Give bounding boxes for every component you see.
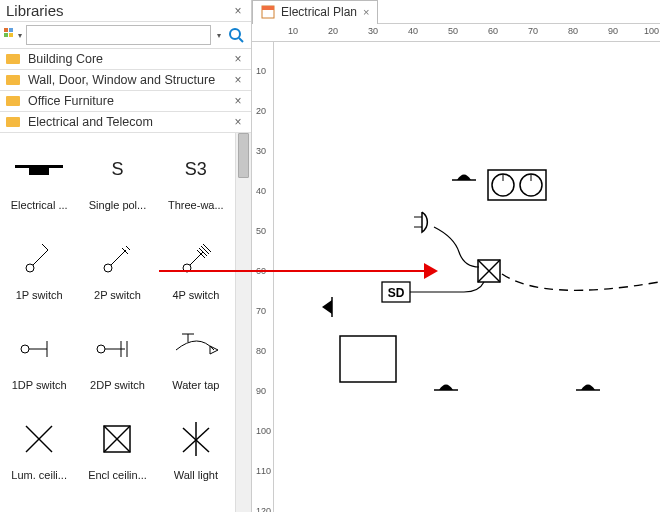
- svg-point-29: [97, 345, 105, 353]
- category-office-furniture[interactable]: Office Furniture ×: [0, 91, 251, 112]
- sidebar-title: Libraries: [6, 2, 231, 19]
- libraries-sidebar: Libraries × ▾ ▾ Building Core × Wall, Do…: [0, 0, 252, 512]
- close-icon[interactable]: ×: [231, 115, 245, 129]
- shape-1dp-switch[interactable]: 1DP switch: [0, 319, 78, 409]
- svg-point-25: [21, 345, 29, 353]
- shape-1p-switch[interactable]: 1P switch: [0, 229, 78, 319]
- canvas-body: 1020 3040 5060 7080 90100 110120: [252, 42, 660, 512]
- shape-wall-light[interactable]: Wall light: [157, 409, 235, 499]
- shape-lum-ceiling[interactable]: Lum. ceili...: [0, 409, 78, 499]
- canvas-area: Electrical Plan × 1020 3040 5060 7080 90…: [252, 0, 660, 512]
- svg-rect-7: [6, 75, 20, 85]
- svg-rect-2: [4, 33, 8, 37]
- category-wall-door-window[interactable]: Wall, Door, Window and Structure ×: [0, 70, 251, 91]
- document-icon: [261, 5, 275, 19]
- folder-icon: [6, 115, 22, 129]
- canvas-svg: SD: [274, 42, 660, 512]
- shapes-grid: Electrical ... S Single pol... S3 Three-…: [0, 133, 235, 512]
- symbol-rect[interactable]: [340, 336, 396, 382]
- svg-line-13: [33, 250, 48, 265]
- shape-4p-switch[interactable]: 4P switch: [157, 229, 235, 319]
- symbol-fan[interactable]: [576, 385, 600, 391]
- close-icon[interactable]: ×: [231, 4, 245, 18]
- svg-text:SD: SD: [388, 286, 405, 300]
- svg-rect-9: [6, 117, 20, 127]
- svg-point-15: [104, 264, 112, 272]
- search-row: ▾ ▾: [0, 22, 251, 49]
- category-label: Office Furniture: [28, 94, 231, 108]
- shapes-area: Electrical ... S Single pol... S3 Three-…: [0, 133, 251, 512]
- folder-icon: [6, 52, 22, 66]
- svg-rect-3: [9, 33, 13, 37]
- close-icon[interactable]: ×: [231, 73, 245, 87]
- symbol-sd[interactable]: SD: [382, 282, 410, 302]
- symbol-fan[interactable]: [452, 175, 476, 181]
- wire[interactable]: [409, 282, 484, 292]
- scrollbar-thumb[interactable]: [238, 133, 249, 178]
- chevron-down-icon: ▾: [18, 31, 22, 40]
- folder-icon: [6, 73, 22, 87]
- close-icon[interactable]: ×: [231, 94, 245, 108]
- category-label: Wall, Door, Window and Structure: [28, 73, 231, 87]
- svg-rect-6: [6, 54, 20, 64]
- tab-label: Electrical Plan: [281, 5, 357, 19]
- wire[interactable]: [434, 227, 479, 267]
- symbol-fan[interactable]: [434, 385, 458, 391]
- svg-point-4: [230, 29, 240, 39]
- category-building-core[interactable]: Building Core ×: [0, 49, 251, 70]
- shape-electrical[interactable]: Electrical ...: [0, 139, 78, 229]
- drawing-canvas[interactable]: SD: [274, 42, 660, 512]
- ruler-horizontal: 1020 3040 5060 7080 90100: [252, 24, 660, 42]
- svg-point-12: [26, 264, 34, 272]
- close-icon[interactable]: ×: [363, 6, 369, 18]
- svg-rect-0: [4, 28, 8, 32]
- shape-three-way[interactable]: S3 Three-wa...: [157, 139, 235, 229]
- ruler-vertical: 1020 3040 5060 7080 90100 110120: [252, 42, 274, 512]
- svg-rect-8: [6, 96, 20, 106]
- svg-rect-11: [29, 165, 49, 175]
- svg-line-14: [42, 244, 48, 250]
- svg-line-24: [203, 244, 211, 252]
- symbol-plug[interactable]: [414, 212, 427, 232]
- symbol-socket-double[interactable]: [488, 170, 546, 200]
- svg-marker-59: [322, 300, 332, 314]
- shape-2dp-switch[interactable]: 2DP switch: [78, 319, 156, 409]
- svg-rect-47: [488, 170, 546, 200]
- shape-water-tap[interactable]: Water tap: [157, 319, 235, 409]
- tab-bar: Electrical Plan ×: [252, 0, 660, 24]
- category-label: Building Core: [28, 52, 231, 66]
- svg-line-18: [126, 246, 130, 250]
- svg-line-5: [239, 38, 243, 42]
- svg-rect-45: [262, 6, 274, 10]
- chevron-down-icon[interactable]: ▾: [217, 31, 221, 40]
- wire-dashed[interactable]: [502, 274, 659, 290]
- search-icon[interactable]: [225, 25, 247, 45]
- category-label: Electrical and Telecom: [28, 115, 231, 129]
- close-icon[interactable]: ×: [231, 52, 245, 66]
- svg-rect-1: [9, 28, 13, 32]
- shape-2p-switch[interactable]: 2P switch: [78, 229, 156, 319]
- shape-single-pole[interactable]: S Single pol...: [78, 139, 156, 229]
- sidebar-header: Libraries ×: [0, 0, 251, 22]
- svg-line-16: [111, 250, 126, 265]
- folder-icon: [6, 94, 22, 108]
- symbol-encl-ceiling[interactable]: [478, 260, 500, 282]
- scrollbar[interactable]: [235, 133, 251, 512]
- search-input[interactable]: [26, 25, 211, 45]
- shape-encl-ceiling[interactable]: Encl ceilin...: [78, 409, 156, 499]
- symbol-speaker[interactable]: [322, 297, 332, 317]
- category-electrical-telecom[interactable]: Electrical and Telecom ×: [0, 112, 251, 133]
- tab-electrical-plan[interactable]: Electrical Plan ×: [252, 0, 378, 24]
- palette-icon[interactable]: ▾: [4, 27, 22, 43]
